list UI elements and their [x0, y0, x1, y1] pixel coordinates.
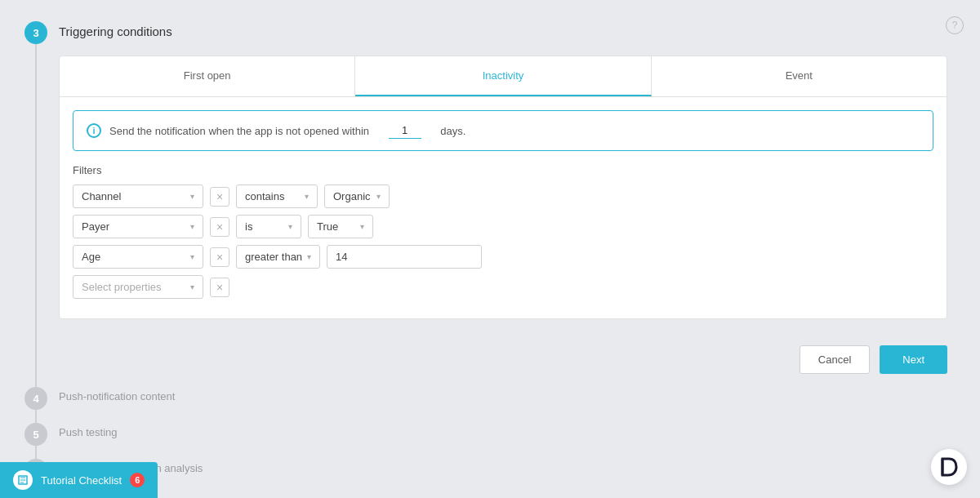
chevron-down-icon: ▾	[190, 192, 194, 201]
filter-row-payer: Payer ▾ × is ▾ True ▾	[73, 215, 933, 238]
days-input[interactable]	[389, 122, 421, 139]
filter-operator-age[interactable]: greater than ▾	[236, 245, 320, 269]
chevron-down-icon: ▾	[190, 282, 194, 291]
info-text-before: Send the notification when the app is no…	[109, 125, 369, 137]
filter-value-channel[interactable]: Organic ▾	[324, 185, 390, 208]
filter-value-age-input[interactable]	[327, 245, 482, 269]
filter-property-age[interactable]: Age ▾	[73, 245, 203, 269]
filters-section: Filters Channel ▾ × contains ▾	[60, 164, 947, 318]
chevron-down-icon: ▾	[190, 252, 194, 261]
step-5-label: Push testing	[59, 422, 118, 442]
chevron-down-icon: ▾	[307, 252, 311, 261]
chevron-down-icon: ▾	[305, 192, 309, 201]
tutorial-checklist-bar[interactable]: Tutorial Checklist 6	[0, 462, 158, 498]
filters-label: Filters	[73, 164, 933, 176]
filter-property-select[interactable]: Select properties ▾	[73, 275, 203, 299]
filter-value-payer[interactable]: True ▾	[308, 215, 373, 238]
step-3-circle: 3	[24, 21, 47, 44]
filter-row-channel: Channel ▾ × contains ▾ Organic ▾	[73, 185, 933, 208]
inactivity-info-box: i Send the notification when the app is …	[73, 110, 933, 151]
action-row: Cancel Next	[59, 332, 947, 374]
chevron-down-icon: ▾	[288, 222, 292, 231]
step-5-circle: 5	[24, 423, 47, 446]
tab-event[interactable]: Event	[652, 56, 947, 96]
remove-channel-filter[interactable]: ×	[210, 187, 229, 207]
step-3-label: Triggering conditions	[59, 24, 172, 38]
filter-operator-payer[interactable]: is ▾	[236, 215, 301, 238]
filter-operator-channel[interactable]: contains ▾	[236, 185, 318, 208]
step-4-label: Push-notification content	[59, 386, 175, 407]
remove-age-filter[interactable]: ×	[210, 247, 229, 267]
next-button[interactable]: Next	[880, 345, 947, 374]
cancel-button[interactable]: Cancel	[800, 345, 870, 374]
chevron-down-icon: ▾	[360, 222, 364, 231]
step-4-circle: 4	[24, 387, 47, 410]
info-text-after: days.	[440, 125, 466, 137]
tab-inactivity[interactable]: Inactivity	[355, 56, 651, 96]
tab-first-open[interactable]: First open	[60, 56, 355, 96]
chevron-down-icon: ▾	[376, 192, 381, 201]
filter-row-select-properties: Select properties ▾ ×	[73, 275, 933, 299]
remove-payer-filter[interactable]: ×	[210, 217, 229, 237]
filter-property-channel[interactable]: Channel ▾	[73, 185, 203, 208]
info-icon: i	[87, 123, 101, 138]
question-mark: ?	[952, 20, 958, 31]
help-icon[interactable]: ?	[946, 16, 964, 34]
remove-empty-filter[interactable]: ×	[210, 278, 229, 297]
filter-row-age: Age ▾ × greater than ▾	[73, 245, 933, 269]
filter-property-payer[interactable]: Payer ▾	[73, 215, 203, 238]
tutorial-badge: 6	[130, 473, 145, 487]
triggering-tabs: First open Inactivity Event	[60, 56, 947, 97]
chevron-down-icon: ▾	[190, 222, 194, 231]
tutorial-label: Tutorial Checklist	[41, 474, 122, 487]
tutorial-icon	[13, 470, 33, 490]
